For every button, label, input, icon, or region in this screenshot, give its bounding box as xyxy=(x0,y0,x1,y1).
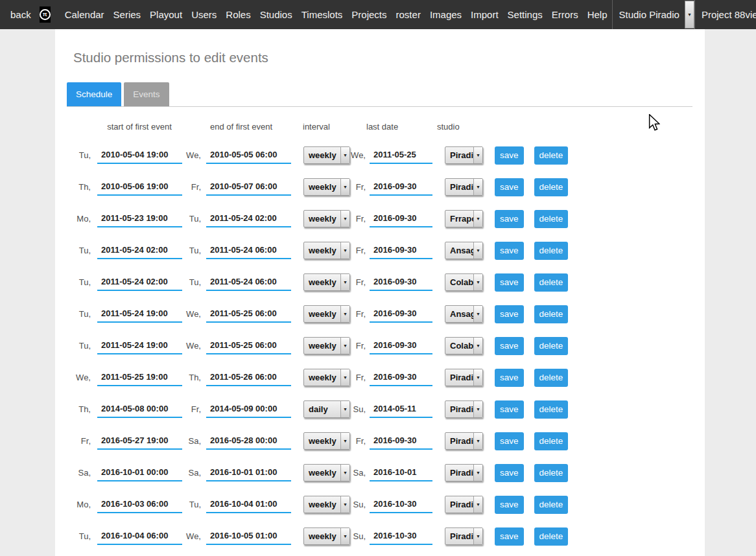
end-datetime-input[interactable] xyxy=(206,401,291,418)
studio-select[interactable]: Ansage ▼ xyxy=(445,305,483,323)
studio-select[interactable]: Colabo ▼ xyxy=(445,337,483,354)
last-date-input[interactable] xyxy=(370,179,432,196)
studio-select[interactable]: Frrapo ▼ xyxy=(445,210,483,227)
delete-button[interactable]: delete xyxy=(534,496,569,514)
studio-select[interactable]: Piradio ▼ xyxy=(445,400,483,418)
delete-button[interactable]: delete xyxy=(534,432,569,450)
studio-selector[interactable]: Studio Piradio ▼ xyxy=(612,0,694,29)
save-button[interactable]: save xyxy=(495,337,524,355)
start-datetime-input[interactable] xyxy=(97,211,182,227)
last-date-input[interactable] xyxy=(370,274,432,291)
save-button[interactable]: save xyxy=(495,146,524,165)
nav-item-calendar[interactable]: Calendar xyxy=(60,9,109,20)
delete-button[interactable]: delete xyxy=(534,242,569,260)
studio-select[interactable]: Piradio ▼ xyxy=(445,432,483,450)
last-date-input[interactable] xyxy=(370,147,432,164)
interval-select[interactable]: weekly ▼ xyxy=(303,146,350,164)
last-date-input[interactable] xyxy=(370,211,432,227)
interval-select[interactable]: weekly ▼ xyxy=(303,305,350,323)
delete-button[interactable]: delete xyxy=(534,400,569,419)
last-date-input[interactable] xyxy=(370,401,432,418)
delete-button[interactable]: delete xyxy=(534,527,569,546)
interval-select[interactable]: weekly ▼ xyxy=(303,337,350,354)
save-button[interactable]: save xyxy=(495,369,524,387)
save-button[interactable]: save xyxy=(495,400,524,419)
start-datetime-input[interactable] xyxy=(97,147,182,164)
last-date-input[interactable] xyxy=(370,306,432,323)
nav-item-roles[interactable]: Roles xyxy=(221,9,255,20)
interval-select[interactable]: daily ▼ xyxy=(303,400,350,418)
studio-select[interactable]: Piradio ▼ xyxy=(445,527,483,545)
interval-select[interactable]: weekly ▼ xyxy=(303,432,350,450)
interval-select[interactable]: weekly ▼ xyxy=(303,496,350,513)
save-button[interactable]: save xyxy=(495,273,524,292)
studio-select[interactable]: Piradio ▼ xyxy=(445,464,483,481)
studio-select[interactable]: Piradio ▼ xyxy=(445,178,483,196)
save-button[interactable]: save xyxy=(495,178,524,196)
end-datetime-input[interactable] xyxy=(206,338,291,354)
interval-select[interactable]: weekly ▼ xyxy=(303,178,350,196)
nav-item-settings[interactable]: Settings xyxy=(503,9,547,20)
save-button[interactable]: save xyxy=(495,432,524,450)
studio-select[interactable]: Piradio ▼ xyxy=(445,146,483,164)
nav-item-roster[interactable]: roster xyxy=(392,9,425,20)
end-datetime-input[interactable] xyxy=(206,369,291,386)
nav-item-import[interactable]: Import xyxy=(466,9,503,20)
delete-button[interactable]: delete xyxy=(534,305,569,323)
interval-select[interactable]: weekly ▼ xyxy=(303,464,350,481)
nav-item-projects[interactable]: Projects xyxy=(347,9,391,20)
start-datetime-input[interactable] xyxy=(97,433,182,450)
nav-item-timeslots[interactable]: Timeslots xyxy=(297,9,348,20)
delete-button[interactable]: delete xyxy=(534,464,569,482)
delete-button[interactable]: delete xyxy=(534,178,569,196)
end-datetime-input[interactable] xyxy=(206,147,291,164)
nav-item-studios[interactable]: Studios xyxy=(255,9,297,20)
nav-item-users[interactable]: Users xyxy=(187,9,221,20)
last-date-input[interactable] xyxy=(370,433,432,450)
last-date-input[interactable] xyxy=(370,465,432,481)
nav-item-series[interactable]: Series xyxy=(109,9,146,20)
end-datetime-input[interactable] xyxy=(206,306,291,323)
start-datetime-input[interactable] xyxy=(97,338,182,354)
last-date-input[interactable] xyxy=(370,369,432,386)
delete-button[interactable]: delete xyxy=(534,337,569,355)
end-datetime-input[interactable] xyxy=(206,274,291,291)
save-button[interactable]: save xyxy=(495,527,524,546)
last-date-input[interactable] xyxy=(370,338,432,354)
studio-select[interactable]: Piradio ▼ xyxy=(445,496,483,513)
start-datetime-input[interactable] xyxy=(97,369,182,386)
end-datetime-input[interactable] xyxy=(206,528,291,545)
last-date-input[interactable] xyxy=(370,528,432,545)
end-datetime-input[interactable] xyxy=(206,465,291,481)
nav-item-help[interactable]: Help xyxy=(583,9,612,20)
delete-button[interactable]: delete xyxy=(534,146,569,165)
nav-item-errors[interactable]: Errors xyxy=(547,9,583,20)
start-datetime-input[interactable] xyxy=(97,306,182,323)
nav-item-playout[interactable]: Playout xyxy=(145,9,187,20)
interval-select[interactable]: weekly ▼ xyxy=(303,369,350,386)
start-datetime-input[interactable] xyxy=(97,242,182,259)
last-date-input[interactable] xyxy=(370,242,432,259)
start-datetime-input[interactable] xyxy=(97,401,182,418)
nav-item-back[interactable]: back xyxy=(6,9,36,20)
tab-events[interactable]: Events xyxy=(124,82,169,106)
delete-button[interactable]: delete xyxy=(534,273,569,292)
end-datetime-input[interactable] xyxy=(206,179,291,196)
end-datetime-input[interactable] xyxy=(206,242,291,259)
interval-select[interactable]: weekly ▼ xyxy=(303,210,350,227)
end-datetime-input[interactable] xyxy=(206,433,291,450)
end-datetime-input[interactable] xyxy=(206,211,291,227)
start-datetime-input[interactable] xyxy=(97,528,182,545)
studio-select[interactable]: Piradio ▼ xyxy=(445,369,483,386)
studio-select[interactable]: Colabo ▼ xyxy=(445,273,483,291)
delete-button[interactable]: delete xyxy=(534,369,569,387)
interval-select[interactable]: weekly ▼ xyxy=(303,527,350,545)
tab-schedule[interactable]: Schedule xyxy=(67,82,121,106)
save-button[interactable]: save xyxy=(495,305,524,323)
start-datetime-input[interactable] xyxy=(97,465,182,481)
start-datetime-input[interactable] xyxy=(97,274,182,291)
delete-button[interactable]: delete xyxy=(534,210,569,228)
save-button[interactable]: save xyxy=(495,242,524,260)
end-datetime-input[interactable] xyxy=(206,496,291,513)
save-button[interactable]: save xyxy=(495,464,524,482)
